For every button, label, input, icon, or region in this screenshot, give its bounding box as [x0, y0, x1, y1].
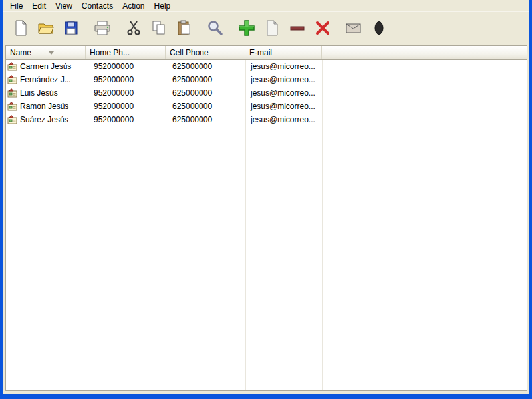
contact-card-icon: [7, 61, 18, 72]
print-icon: [93, 19, 112, 37]
print-button[interactable]: [90, 15, 114, 41]
save-icon: [63, 19, 80, 37]
contact-cell-phone: 625000000: [166, 73, 245, 86]
column-header-home-phone[interactable]: Home Ph...: [86, 46, 166, 59]
paste-button[interactable]: [172, 15, 196, 41]
contact-cell-phone: 625000000: [166, 60, 245, 73]
contact-card-icon: [7, 88, 18, 98]
phone-icon: [370, 19, 388, 37]
menu-bar: File Edit View Contacts Action Help: [3, 0, 529, 11]
window-border-bottom: [0, 394, 532, 399]
contact-name: Fernández J...: [20, 75, 71, 84]
menu-file[interactable]: File: [5, 1, 27, 11]
remove-contact-button[interactable]: [285, 15, 309, 41]
copy-button[interactable]: [147, 15, 171, 41]
contact-card-icon: [7, 74, 18, 85]
table-row[interactable]: Carmen Jesús 952000000 625000000 jesus@m…: [6, 60, 527, 73]
contact-email: jesus@micorreo...: [245, 73, 322, 86]
window-border-left: [0, 0, 3, 399]
edit-contact-icon: [263, 19, 281, 37]
mail-button[interactable]: [342, 15, 366, 41]
list-header: Name Home Ph... Cell Phone E-mail: [6, 46, 527, 60]
column-header-filler: [322, 46, 527, 59]
copy-icon: [150, 19, 168, 37]
toolbar: [3, 11, 529, 44]
contact-name: Ramon Jesús: [20, 102, 68, 111]
open-button[interactable]: [34, 15, 58, 41]
add-contact-button[interactable]: [235, 15, 259, 41]
table-row[interactable]: Luis Jesús 952000000 625000000 jesus@mic…: [6, 86, 527, 100]
window-border-right: [529, 0, 532, 399]
contact-cell-phone: 625000000: [166, 100, 245, 113]
edit-contact-button[interactable]: [260, 15, 284, 41]
contact-home-phone: 952000000: [86, 86, 166, 100]
contact-home-phone: 952000000: [86, 60, 166, 73]
table-row[interactable]: Fernández J... 952000000 625000000 jesus…: [6, 73, 527, 86]
search-button[interactable]: [203, 15, 227, 41]
menu-edit[interactable]: Edit: [27, 1, 51, 11]
table-row[interactable]: Ramon Jesús 952000000 625000000 jesus@mi…: [6, 100, 527, 113]
menu-contacts[interactable]: Contacts: [77, 1, 118, 11]
menu-view[interactable]: View: [51, 1, 77, 11]
remove-contact-icon: [289, 19, 306, 37]
paste-icon: [176, 19, 193, 37]
save-button[interactable]: [59, 15, 83, 41]
new-button[interactable]: [9, 15, 33, 41]
contact-home-phone: 952000000: [86, 113, 166, 126]
sort-indicator-icon: [49, 51, 54, 55]
column-header-cell-phone[interactable]: Cell Phone: [166, 46, 245, 59]
contact-email: jesus@micorreo...: [245, 60, 322, 73]
column-header-name[interactable]: Name: [6, 46, 86, 59]
contact-email: jesus@micorreo...: [245, 113, 322, 126]
open-icon: [37, 19, 55, 37]
search-icon: [206, 19, 225, 37]
contact-name: Suárez Jesús: [20, 115, 68, 124]
column-header-cell-phone-label: Cell Phone: [170, 48, 209, 57]
mail-icon: [344, 19, 363, 37]
contact-home-phone: 952000000: [86, 73, 166, 86]
column-header-email[interactable]: E-mail: [245, 46, 322, 59]
contact-card-icon: [7, 101, 18, 112]
contact-home-phone: 952000000: [86, 100, 166, 113]
table-row[interactable]: Suárez Jesús 952000000 625000000 jesus@m…: [6, 113, 527, 126]
contacts-app-window: { "window": { "background_color": "#ece9…: [0, 0, 532, 399]
column-header-name-label: Name: [10, 48, 31, 57]
contact-email: jesus@micorreo...: [245, 100, 322, 113]
column-header-home-phone-label: Home Ph...: [90, 48, 130, 57]
delete-icon: [314, 19, 331, 37]
contact-name: Luis Jesús: [20, 88, 58, 98]
contact-cell-phone: 625000000: [166, 86, 245, 100]
column-header-email-label: E-mail: [249, 48, 272, 57]
menu-action[interactable]: Action: [118, 1, 149, 11]
cut-icon: [125, 19, 142, 37]
contact-rows: Carmen Jesús 952000000 625000000 jesus@m…: [6, 60, 527, 126]
contact-cell-phone: 625000000: [166, 113, 245, 126]
contact-email: jesus@micorreo...: [245, 86, 322, 100]
contacts-list: Name Home Ph... Cell Phone E-mail: [5, 45, 527, 391]
menu-help[interactable]: Help: [150, 1, 176, 11]
new-icon: [12, 19, 29, 37]
cut-button[interactable]: [122, 15, 146, 41]
add-contact-icon: [237, 19, 256, 37]
contact-name: Carmen Jesús: [20, 62, 71, 71]
contact-card-icon: [7, 114, 18, 125]
delete-button[interactable]: [311, 15, 334, 41]
phone-button[interactable]: [367, 15, 391, 41]
